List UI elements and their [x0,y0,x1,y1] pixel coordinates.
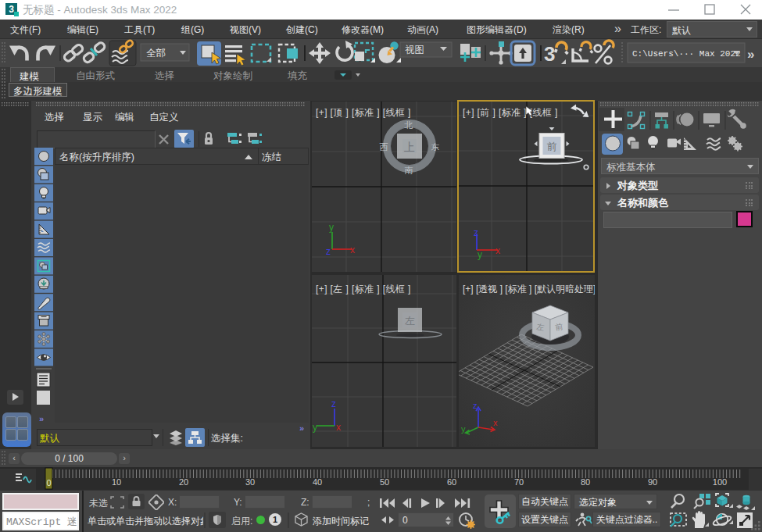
svg-text:3: 3 [544,42,555,66]
svg-text:x: x [495,245,500,256]
svg-text:西: 西 [380,142,388,152]
svg-text:前: 前 [547,141,557,152]
svg-text:C:\Users\··· Max 2022: C:\Users\··· Max 2022 [632,49,741,59]
svg-text:3: 3 [9,4,14,15]
svg-text:z: z [331,398,336,409]
svg-text:东: 东 [431,142,440,152]
svg-text:左: 左 [536,322,546,332]
svg-text:x: x [336,422,341,433]
svg-text:前: 前 [555,322,564,332]
svg-text:x: x [350,245,355,255]
svg-text:»: » [747,47,754,62]
svg-text:0: 0 [46,478,51,487]
svg-text:z: z [473,401,478,410]
svg-text:z: z [474,227,478,238]
svg-text:北: 北 [404,120,413,130]
svg-text:y: y [461,424,466,434]
svg-text:y: y [313,422,317,433]
svg-text:y: y [478,249,482,260]
svg-text:上: 上 [404,141,415,153]
svg-text:南: 南 [405,166,413,175]
svg-text:全部: 全部 [146,48,166,59]
svg-text:视图: 视图 [405,45,424,55]
svg-text:x: x [493,418,498,427]
svg-text:左: 左 [405,315,415,327]
svg-text:z: z [326,246,331,257]
svg-text:y: y [329,222,334,233]
